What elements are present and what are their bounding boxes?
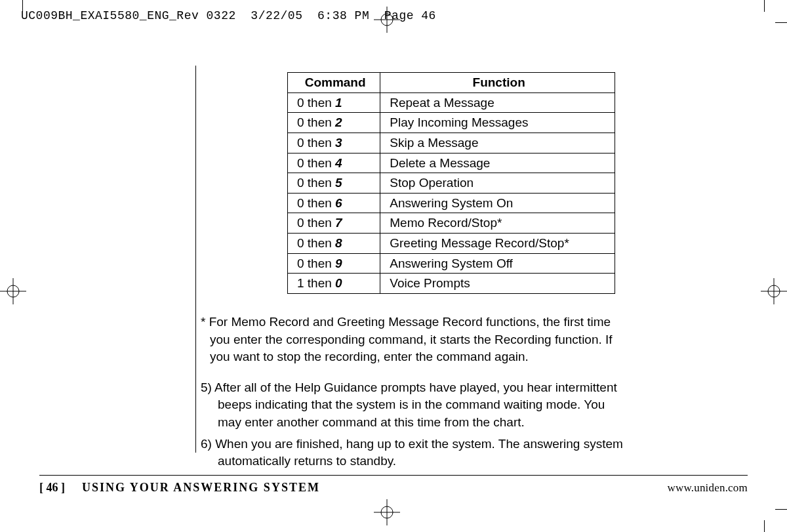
command-key: 1 [335,96,342,110]
crop-mark [764,520,765,532]
command-cell: 0 then 2 [288,113,380,133]
function-cell: Skip a Message [380,133,615,153]
command-cell: 0 then 8 [288,234,380,254]
registration-mark-bottom [374,499,400,525]
command-key: 5 [335,176,342,190]
crop-mark [775,22,787,23]
command-prefix: 0 then [297,156,335,170]
step-5: 5) After all of the Help Guidance prompt… [201,379,628,432]
function-cell: Greeting Message Record/Stop* [380,234,615,254]
crop-mark [775,509,787,510]
page-footer: [ 46 ] USING YOUR ANSWERING SYSTEM www.u… [39,475,748,495]
function-cell: Repeat a Message [380,92,615,113]
command-cell: 0 then 5 [288,173,380,194]
footer-url: www.uniden.com [667,481,748,495]
registration-mark-right [761,278,787,304]
command-key: 3 [335,136,342,150]
step-6: 6) When you are finished, hang up to exi… [201,436,628,470]
table-header-command: Command [288,73,380,93]
footer-left: [ 46 ] USING YOUR ANSWERING SYSTEM [39,481,320,495]
table-row: 0 then 2Play Incoming Messages [288,113,615,133]
command-key: 2 [335,115,342,129]
function-cell: Delete a Message [380,153,615,173]
registration-mark-top [374,7,400,33]
table-row: 1 then 0Voice Prompts [288,274,615,294]
command-cell: 0 then 3 [288,133,380,153]
function-cell: Answering System On [380,193,615,213]
command-prefix: 0 then [297,115,335,129]
command-key: 9 [335,256,342,270]
table-row: 0 then 1Repeat a Message [288,92,615,113]
command-cell: 0 then 4 [288,153,380,173]
table-row: 0 then 7Memo Record/Stop* [288,213,615,234]
command-prefix: 0 then [297,256,335,270]
section-title: USING YOUR ANSWERING SYSTEM [82,481,320,494]
page-number: [ 46 ] [39,481,65,494]
command-prefix: 0 then [297,96,335,110]
crop-mark [22,0,23,12]
command-key: 7 [335,216,342,230]
table-row: 0 then 5Stop Operation [288,173,615,194]
function-cell: Stop Operation [380,173,615,194]
command-key: 6 [335,196,342,210]
steps-list: 5) After all of the Help Guidance prompt… [201,379,628,470]
table-row: 0 then 9Answering System Off [288,253,615,274]
table-header-function: Function [380,73,615,93]
command-prefix: 0 then [297,176,335,190]
command-cell: 0 then 1 [288,92,380,113]
function-cell: Answering System Off [380,253,615,274]
command-prefix: 0 then [297,196,335,210]
footnote-text: * For Memo Record and Greeting Message R… [201,314,628,366]
table-row: 0 then 8Greeting Message Record/Stop* [288,234,615,254]
command-prefix: 0 then [297,216,335,230]
command-key: 8 [335,236,342,250]
table-row: 0 then 6Answering System On [288,193,615,213]
crop-mark [764,0,765,12]
registration-mark-left [0,278,26,304]
command-key: 4 [335,156,342,170]
function-cell: Voice Prompts [380,274,615,294]
command-prefix: 0 then [297,236,335,250]
command-table: Command Function 0 then 1Repeat a Messag… [287,72,615,294]
table-row: 0 then 3Skip a Message [288,133,615,153]
function-cell: Play Incoming Messages [380,113,615,133]
command-cell: 0 then 6 [288,193,380,213]
function-cell: Memo Record/Stop* [380,213,615,234]
command-cell: 0 then 7 [288,213,380,234]
page-content: Command Function 0 then 1Repeat a Messag… [195,66,628,474]
command-cell: 0 then 9 [288,253,380,274]
command-key: 0 [335,276,342,290]
command-cell: 1 then 0 [288,274,380,294]
command-prefix: 1 then [297,276,335,290]
command-prefix: 0 then [297,136,335,150]
table-row: 0 then 4Delete a Message [288,153,615,173]
